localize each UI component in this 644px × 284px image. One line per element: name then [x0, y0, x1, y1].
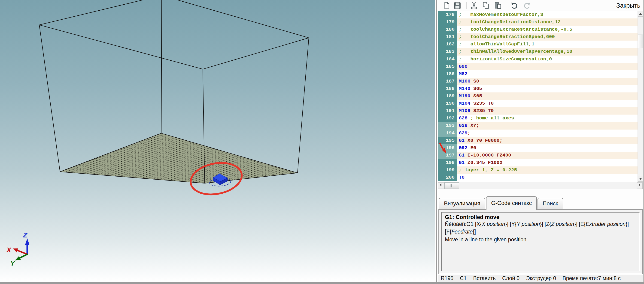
code-line[interactable]: 187M106 S0 [438, 78, 638, 85]
code-line[interactable]: 194G29; [438, 130, 638, 137]
left-arrow-icon [440, 183, 442, 186]
status-item: Время печати:7 мин:8 с [562, 275, 621, 282]
toolbar-separator [507, 2, 507, 9]
code-line[interactable]: 184; horizontalSizeCompensation,0 [438, 56, 638, 63]
code-text: M109 S235 T0 [457, 107, 494, 115]
tab-search[interactable]: Поиск [538, 198, 563, 209]
code-line[interactable]: 185G90 [438, 63, 638, 70]
code-text: ; toolChangeExtraRestartDistance,-0.5 [457, 26, 572, 33]
code-line[interactable]: 199; layer 1, Z = 0.225 [438, 166, 638, 174]
code-line[interactable]: 193G28 XY; [438, 122, 638, 129]
code-line[interactable]: 183; thinWallAllowedOverlapPercentage,10 [438, 48, 638, 55]
horizontal-scrollbar[interactable] [438, 182, 643, 189]
vertical-scroll-thumb[interactable] [638, 35, 643, 48]
code-text: G28 ; home all axes [457, 115, 514, 122]
vertical-scrollbar[interactable] [638, 11, 643, 182]
code-line[interactable]: 186M82 [438, 70, 638, 78]
cut-icon[interactable] [469, 1, 478, 10]
scroll-left-button[interactable] [438, 182, 444, 189]
undo-icon[interactable] [510, 1, 519, 10]
code-text: T0 [457, 174, 464, 181]
code-text: M140 S65 [457, 85, 482, 92]
code-line[interactable]: 191M109 S235 T0 [438, 107, 638, 115]
code-text: G1 X0 Y0 F8000; [457, 137, 502, 144]
syntax-help-content: G1: Controlled move Ñèíòàêñ:G1 [X{X posi… [441, 212, 640, 271]
save-icon[interactable] [453, 1, 462, 10]
tab-visualization[interactable]: Визуализация [439, 198, 485, 209]
code-line[interactable]: 182; allowThinWallGapFill,1 [438, 41, 638, 48]
code-text: ; horizontalSizeCompensation,0 [457, 56, 552, 63]
line-number: 193 [438, 122, 457, 129]
status-item: Экструдер 0 [526, 275, 556, 282]
code-text: G1 E-10.0000 F2400 [457, 152, 511, 159]
code-line[interactable]: 188M140 S65 [438, 85, 638, 92]
scroll-right-button[interactable] [636, 182, 642, 189]
code-line[interactable]: 179; toolChangeRetractionDistance,12 [438, 18, 638, 26]
redo-icon[interactable] [522, 1, 531, 10]
window-right-border [643, 0, 644, 282]
scroll-down-button[interactable] [638, 176, 643, 182]
code-lines: 178; maxMovementDetourFactor,3179; toolC… [438, 11, 638, 181]
3d-viewport[interactable]: Z X Y [0, 0, 435, 282]
line-number: 191 [438, 107, 457, 115]
line-number: 188 [438, 85, 457, 92]
code-line[interactable]: 178; maxMovementDetourFactor,3 [438, 11, 638, 18]
code-text: G92 E0 [457, 144, 476, 152]
status-bar: R195C1ВставитьСлой 0Экструдер 0Время печ… [438, 275, 643, 282]
right-arrow-icon [639, 183, 640, 186]
code-line[interactable]: 200T0 [438, 174, 638, 181]
code-area[interactable]: 178; maxMovementDetourFactor,3179; toolC… [438, 11, 638, 182]
panel-divider[interactable] [435, 0, 438, 282]
status-item: R195 [441, 275, 454, 282]
code-text: ; maxMovementDetourFactor,3 [457, 11, 543, 18]
code-text: M190 S65 [457, 92, 482, 100]
line-number: 187 [438, 78, 457, 85]
line-number: 199 [438, 166, 457, 174]
editor-toolbar: Закрыть [438, 0, 643, 11]
code-text: M82 [457, 70, 468, 78]
toolbar-separator [466, 2, 466, 9]
code-line[interactable]: 189M190 S65 [438, 92, 638, 100]
line-number: 198 [438, 159, 457, 166]
syntax-help-panel: G1: Controlled move Ñèíòàêñ:G1 [X{X posi… [438, 209, 642, 274]
code-text: ; toolChangeRetractionSpeed,600 [457, 33, 555, 41]
close-button[interactable]: Закрыть [616, 0, 640, 11]
code-text: M106 S0 [457, 78, 479, 85]
line-number: 200 [438, 174, 457, 181]
code-line[interactable]: 196G92 E0 [438, 144, 638, 152]
app-window: Z X Y [0, 0, 644, 284]
divider-line [436, 0, 437, 282]
scroll-up-button[interactable] [638, 11, 643, 17]
tab-gcode-syntax[interactable]: G-Code синтакс [486, 196, 537, 210]
copy-icon[interactable] [482, 1, 490, 10]
status-item: Вставить [473, 275, 496, 282]
thumb-grip [450, 184, 454, 187]
line-number: 182 [438, 41, 457, 48]
status-item: Слой 0 [502, 275, 520, 282]
code-line[interactable]: 181; toolChangeRetractionSpeed,600 [438, 33, 638, 41]
code-line[interactable]: 180; toolChangeExtraRestartDistance,-0.5 [438, 26, 638, 33]
code-line[interactable]: 190M104 S235 T0 [438, 100, 638, 107]
code-line[interactable]: 192G28 ; home all axes [438, 115, 638, 122]
line-number: 192 [438, 115, 457, 122]
axis-label-x: X [6, 246, 12, 254]
code-text: M104 S235 T0 [457, 100, 494, 107]
line-number: 178 [438, 11, 457, 18]
code-line[interactable]: 195G1 X0 Y0 F8000; [438, 137, 638, 144]
line-number: 189 [438, 92, 457, 100]
paste-icon[interactable] [494, 1, 503, 10]
new-file-icon[interactable] [442, 1, 451, 10]
up-arrow-icon [639, 13, 642, 15]
code-text: G90 [457, 63, 468, 70]
line-number: 180 [438, 26, 457, 33]
code-text: ; allowThinWallGapFill,1 [457, 41, 534, 48]
code-text: G1 Z0.345 F1002 [457, 159, 502, 166]
horizontal-scroll-thumb[interactable] [444, 182, 459, 189]
tab-bar: ВизуализацияG-Code синтаксПоиск [439, 196, 642, 209]
line-number: 197 [438, 152, 457, 159]
code-line[interactable]: 198G1 Z0.345 F1002 [438, 159, 638, 166]
status-item: C1 [460, 275, 466, 282]
code-text: G28 XY; [457, 122, 479, 129]
gcode-editor-panel: Закрыть 178; maxMovementDetourFactor,317… [438, 0, 643, 282]
code-line[interactable]: 197G1 E-10.0000 F2400 [438, 152, 638, 159]
